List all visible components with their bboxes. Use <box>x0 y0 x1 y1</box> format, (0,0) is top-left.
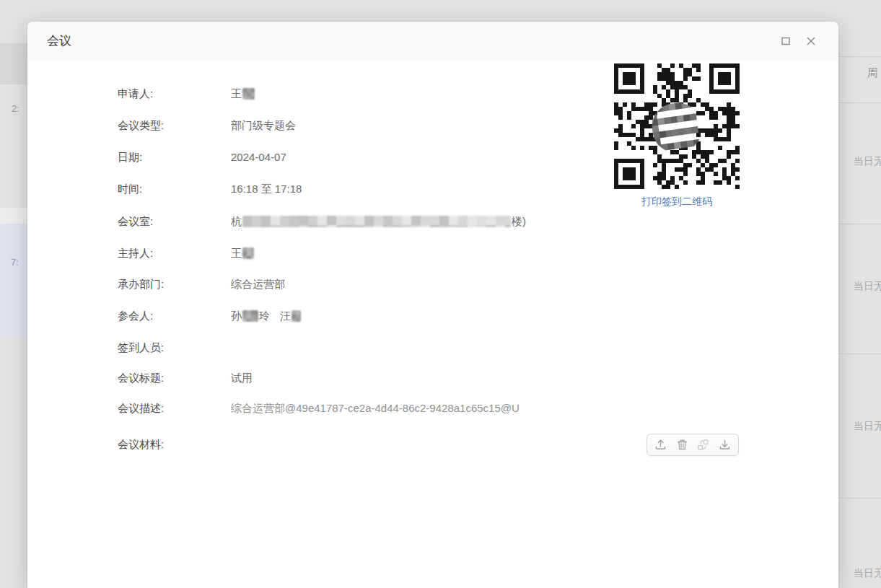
background-calendar-left: 2: 7: <box>0 0 27 588</box>
field-value: 孙玲汪 <box>231 308 302 324</box>
field-value: 16:18 至 17:18 <box>231 181 302 197</box>
window-controls <box>780 22 817 61</box>
time-label: 2: <box>12 103 19 114</box>
field-row: 承办部门:综合运营部 <box>27 276 838 292</box>
redacted-text <box>242 88 255 100</box>
maximize-icon[interactable] <box>780 35 792 47</box>
field-value: 王 <box>231 245 255 261</box>
redacted-text <box>242 310 258 322</box>
field-row: 参会人:孙玲汪 <box>27 308 838 324</box>
redacted-text <box>242 247 254 259</box>
calendar-row-line <box>838 498 881 499</box>
redacted-text <box>292 310 301 322</box>
field-row: 签到人员: <box>27 340 838 356</box>
calendar-day-status: 当日无 <box>854 420 881 433</box>
calendar-day-status: 当日无 <box>854 280 881 293</box>
upload-icon[interactable] <box>653 437 669 453</box>
field-label: 主持人: <box>118 245 153 261</box>
field-label: 会议室: <box>118 214 153 229</box>
trash-icon[interactable] <box>674 437 690 453</box>
calendar-row-line <box>838 354 881 354</box>
materials-toolbar <box>646 434 739 456</box>
calendar-row-line <box>838 56 881 57</box>
field-label: 日期: <box>118 149 142 165</box>
field-value: 王 <box>231 86 255 102</box>
field-value: 部门级专题会 <box>231 118 296 133</box>
meeting-dialog: 会议 申请人:王会议类型:部门级专题会日期:2024-04-07时间:16:18… <box>27 22 838 588</box>
download-icon[interactable] <box>716 437 732 453</box>
calendar-row-line <box>838 224 881 224</box>
week-header: 周 <box>867 66 878 80</box>
field-row: 会议描述:综合运营部@49e41787-ce2a-4d44-86c2-9428a… <box>27 400 838 416</box>
field-label: 会议材料: <box>118 436 164 452</box>
field-label: 会议描述: <box>118 400 164 416</box>
close-icon[interactable] <box>805 35 817 47</box>
background-calendar-right: 周 当日无当日无当日无当日无 <box>838 0 881 588</box>
field-value: 2024-04-07 <box>231 149 286 165</box>
calendar-allday-band <box>0 43 27 84</box>
field-value: 试用 <box>231 370 253 386</box>
calendar-day-status: 当日无 <box>854 155 881 168</box>
dialog-title: 会议 <box>47 22 71 61</box>
calendar-gap-band <box>0 208 27 224</box>
field-label: 时间: <box>118 181 142 197</box>
field-label: 会议标题: <box>118 370 164 386</box>
sync-icon <box>696 437 711 453</box>
field-label: 承办部门: <box>118 276 164 292</box>
field-row: 会议室:杭楼) <box>27 214 838 229</box>
calendar-row-line <box>838 102 881 103</box>
field-row: 会议标题:试用 <box>27 370 838 386</box>
calendar-selected-band <box>0 224 27 337</box>
print-qr-link[interactable]: 打印签到二维码 <box>612 196 742 209</box>
qr-code <box>614 63 740 189</box>
field-value: 杭楼) <box>231 214 526 229</box>
qr-block: 打印签到二维码 <box>612 63 742 209</box>
field-label: 申请人: <box>118 86 153 102</box>
time-label: 7: <box>11 257 19 268</box>
field-value: 综合运营部 <box>231 276 285 292</box>
calendar-day-status: 当日无 <box>854 567 881 580</box>
field-value: 综合运营部@49e41787-ce2a-4d44-86c2-9428a1c65c… <box>231 400 520 416</box>
field-label: 签到人员: <box>118 340 164 356</box>
dialog-titlebar: 会议 <box>27 22 838 61</box>
field-label: 参会人: <box>118 308 153 324</box>
redacted-text <box>242 216 511 227</box>
field-row: 主持人:王 <box>27 245 838 261</box>
field-label: 会议类型: <box>118 118 164 133</box>
